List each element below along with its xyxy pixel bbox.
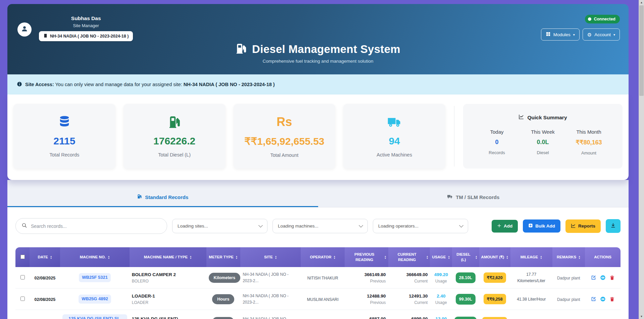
delete-button[interactable]	[609, 297, 615, 302]
account-button[interactable]: ⚙ Account ▾	[583, 28, 620, 41]
stat-card-total-diesel: 176226.2 Total Diesel (L)	[123, 104, 226, 169]
machine-no-link[interactable]: 125 KVA DG (SILENT) SL. NO. 7	[62, 314, 127, 319]
person-icon	[20, 25, 29, 34]
download-button[interactable]	[606, 219, 621, 233]
meter-type-badge: Hours	[212, 317, 234, 319]
quick-summary-card: Quick Summary Today 0 Records This Week …	[463, 104, 623, 169]
col-header-date[interactable]: DATE▲▼	[30, 247, 60, 267]
col-header-remarks[interactable]: REMARKS▲▼	[552, 247, 585, 267]
mileage-cell: 41.38 Liter/Hour	[513, 296, 550, 303]
machine-no-link[interactable]: WB25F 5321	[79, 273, 111, 282]
machine-type: LOADER	[132, 300, 204, 305]
records-table: DATE▲▼ MACHINE NO.▲▼ MACHINE NAME / TYPE…	[15, 247, 621, 319]
sort-icon: ▲▼	[426, 255, 428, 259]
scroll-up-icon[interactable]: ▲	[639, 1, 644, 4]
remarks-cell: Dadpur plant	[557, 297, 580, 302]
account-label: Account	[594, 32, 611, 37]
sort-icon: ▲▼	[236, 255, 238, 259]
app-header: Subhas Das Site Manager NH-34 NADIA ( JO…	[7, 4, 629, 74]
col-header-usage[interactable]: USAGE▲▼	[430, 247, 452, 267]
stat-label: Total Amount	[236, 152, 333, 158]
add-button[interactable]: Add	[492, 220, 518, 233]
stat-label: Total Diesel (L)	[126, 152, 223, 157]
row-date: 02/08/2025	[35, 297, 56, 302]
modules-button[interactable]: Modules ▾	[541, 28, 580, 41]
search-input[interactable]	[31, 224, 161, 229]
stats-panel: 2115 Total Records 176226.2 Total Diesel…	[7, 94, 629, 180]
search-box	[15, 218, 167, 234]
row-checkbox[interactable]	[20, 297, 25, 301]
operator-cell: NITISH THAKUR	[307, 276, 338, 280]
diesel-badge: 28.10L	[456, 272, 476, 283]
col-header-current-reading[interactable]: CURRENT READING▲▼	[388, 247, 430, 267]
banner-text: You can only view and manage data for yo…	[55, 82, 182, 87]
table-row: 02/08/2025 WB25F 5321 BOLERO CAMPER 2BOL…	[15, 267, 621, 289]
page-title: Diesel Management System	[252, 43, 400, 56]
col-header-site[interactable]: SITE▲▼	[240, 247, 301, 267]
view-button[interactable]	[600, 275, 606, 280]
user-role: Site Manager	[73, 23, 99, 28]
meter-type-badge: Kilometers	[209, 273, 241, 283]
tab-tm-slm-records[interactable]: TM / SLM Records	[318, 189, 629, 207]
current-reading: 366649.00	[391, 272, 428, 277]
stat-value: 176226.2	[126, 135, 223, 147]
col-header-mileage[interactable]: MILEAGE▲▼	[510, 247, 552, 267]
bulk-add-button[interactable]: Bulk Add	[523, 219, 560, 233]
sort-icon: ▲▼	[475, 255, 477, 259]
summary-period: This Week	[520, 129, 566, 135]
mileage-cell: 17.77Kilometers/Liter	[513, 271, 550, 284]
chevron-down-icon	[258, 223, 263, 228]
download-icon	[610, 223, 616, 229]
operators-select[interactable]: Loading operators...	[373, 219, 468, 233]
tab-standard-records[interactable]: Standard Records	[7, 189, 318, 207]
col-header-amount[interactable]: AMOUNT (₹)▲▼	[479, 247, 510, 267]
table-row: 02/08/2025 125 KVA DG (SILENT) SL. NO. 7…	[15, 310, 621, 319]
avatar[interactable]	[17, 22, 32, 37]
machine-no-link[interactable]: WB25G 4892	[79, 295, 111, 304]
machine-name: LOADER-1	[132, 294, 204, 299]
machines-select[interactable]: Loading machines...	[273, 219, 368, 233]
machine-type: BOLERO	[132, 279, 204, 283]
delete-button[interactable]	[609, 275, 615, 280]
banner-label: Site Access:	[25, 82, 54, 87]
col-header-machine-no[interactable]: MACHINE NO.▲▼	[60, 247, 129, 267]
current-reading: 12491.30	[391, 294, 428, 299]
summary-value: 0.0L	[520, 139, 566, 146]
row-date: 02/08/2025	[35, 276, 56, 280]
sort-icon: ▲▼	[334, 255, 336, 259]
edit-button[interactable]	[591, 296, 596, 302]
col-header-diesel[interactable]: DIESEL (L)▲▼	[452, 247, 479, 267]
col-header-machine-name[interactable]: MACHINE NAME / TYPE▲▼	[130, 247, 206, 267]
reports-button[interactable]: Reports	[565, 219, 601, 233]
select-all-header	[15, 247, 30, 267]
col-header-meter-type[interactable]: METER TYPE▲▼	[206, 247, 241, 267]
chart-line-icon	[571, 223, 576, 229]
stat-card-active-machines: 94 Active Machines	[343, 104, 445, 169]
row-checkbox[interactable]	[20, 275, 25, 279]
scrollbar-thumb[interactable]	[639, 5, 644, 96]
col-header-operator[interactable]: OPERATOR▲▼	[301, 247, 345, 267]
divider	[454, 106, 454, 167]
select-all-checkbox[interactable]	[20, 255, 25, 259]
summary-label: Records	[474, 150, 520, 155]
chevron-down-icon	[359, 223, 363, 228]
diesel-badge: 99.30L	[456, 294, 476, 305]
stat-label: Total Records	[16, 152, 113, 157]
sort-icon: ▲▼	[506, 255, 508, 259]
status-label: Connected	[594, 17, 615, 21]
user-name: Subhas Das	[71, 15, 101, 21]
main-content: Subhas Das Site Manager NH-34 NADIA ( JO…	[7, 4, 629, 319]
scroll-down-icon[interactable]: ▼	[639, 315, 644, 318]
edit-button[interactable]	[591, 275, 596, 280]
records-panel: Loading sites... Loading machines... Loa…	[7, 207, 629, 319]
summary-label: Diesel	[520, 150, 566, 155]
sort-icon: ▲▼	[275, 255, 277, 259]
tab-label: Standard Records	[145, 194, 188, 200]
reports-label: Reports	[578, 224, 595, 229]
previous-reading: 6887.00	[347, 316, 386, 319]
col-header-previous-reading[interactable]: PREVIOUS READING▲▼	[345, 247, 388, 267]
view-button[interactable]	[600, 296, 606, 302]
sites-select[interactable]: Loading sites...	[172, 219, 267, 233]
modules-label: Modules	[553, 32, 571, 37]
page-scrollbar[interactable]: ▲ ▼	[639, 0, 644, 319]
